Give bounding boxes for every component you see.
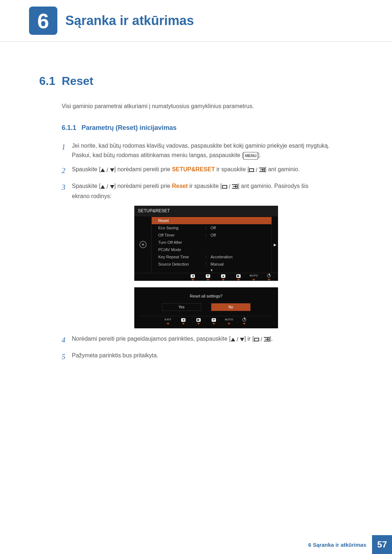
setup-reset-label: SETUP&RESET [172,166,215,172]
step-2: 2 Spauskite [ / ] norėdami pereiti prie … [62,165,359,176]
osd-nav-down: ▼ [200,274,216,281]
step-text-part: Spauskite [ [72,183,101,189]
gear-icon [139,241,147,248]
step-text-part: Pažymėta parinktis bus pritaikyta. [72,352,158,358]
step-text: Norėdami pereiti prie pageidaujamos pari… [72,334,273,346]
step-text: Spauskite [ / ] norėdami pereiti prie SE… [72,165,300,176]
osd-nav-auto: AUTO [246,274,261,281]
section-number: 6.1 [39,74,62,88]
osd-nav-exit: EXIT [160,318,176,325]
up-triangle-icon [231,338,235,341]
osd-reset-confirm: Reset all settings? Yes No EXIT ◄ ▶ ↵ AU… [134,287,278,328]
up-triangle-icon [101,168,105,172]
step-3: 3 Spauskite [ / ] norėdami pereiti prie … [62,181,359,201]
step-number: 1 [62,141,72,160]
chapter-title: Sąranka ir atkūrimas [65,13,194,28]
step-text-part: Spauskite [ [72,166,101,172]
osd-item-label: Source Detection [158,262,205,266]
enter-icon [264,337,270,341]
step-text-part: ]. [258,152,261,158]
step-text-part: ir spauskite [ [215,166,249,172]
osd-confirm-no: No [211,303,250,311]
osd-item-value: Acceleration [211,255,267,259]
step-text-part: ] ir [ [244,336,254,342]
osd-nav-up: ▲ [216,274,231,281]
osd-item-label: Key Repeat Time [158,255,205,259]
osd-setup-reset: SETUP&RESET Reset Eco Saving:Off Off Tim… [134,206,278,281]
step-text-part: ] ant gaminio. [265,166,300,172]
osd-confirm-yes: Yes [162,303,201,311]
subsection-number: 6.1.1 [62,124,76,131]
step-number: 2 [62,165,72,176]
osd-item-source-detection: Source Detection:Manual [152,260,271,268]
osd-item-value: Off [211,233,267,237]
steps-list: 1 Jei norite, kad būtų rodomas klavišų v… [62,141,359,362]
rect-icon [254,338,259,341]
step-text-part: ] norėdami pereiti prie [114,183,172,189]
step-text-part: ir spauskite [ [188,183,222,189]
osd-item-eco-saving: Eco Saving:Off [152,224,271,231]
osd-item-pcav-mode: PC/AV Mode [152,246,271,253]
step-text-part: ] ant gaminio. Pasirodys šis [238,183,309,189]
osd-item-label: PC/AV Mode [158,247,205,252]
section-title: Reset [62,74,93,88]
page-number: 57 [372,535,392,554]
osd-item-label: Turn Off After [158,240,205,245]
osd-screenshots: SETUP&RESET Reset Eco Saving:Off Off Tim… [134,206,359,328]
step-text: Spauskite [ / ] norėdami pereiti prie Re… [72,181,309,201]
osd-item-key-repeat: Key Repeat Time:Acceleration [152,253,271,260]
step-text-part: ] norėdami pereiti prie [114,166,172,172]
osd-nav-bar: EXIT ◄ ▶ ↵ AUTO [139,316,273,325]
osd-category-icon [134,216,152,273]
up-triangle-icon [101,185,105,189]
down-triangle-icon [240,338,244,341]
subsection-title: Parametrų (Reset) inicijavimas [82,124,177,131]
chapter-badge: 6 [29,7,57,35]
osd-menu: Reset Eco Saving:Off Off Timer:Off Turn … [152,216,271,273]
step-number: 4 [62,334,72,346]
page-footer: 6 Sąranka ir atkūrimas 57 [308,535,392,554]
step-text-part: Paskui, kad būtų rodomas atitinkamas men… [72,152,244,158]
step-1: 1 Jei norite, kad būtų rodomas klavišų v… [62,141,359,160]
rect-icon [249,168,254,172]
step-4: 4 Norėdami pereiti prie pageidaujamos pa… [62,334,359,346]
osd-header: SETUP&RESET [134,206,278,216]
step-5: 5 Pažymėta parinktis bus pritaikyta. [62,351,359,362]
menu-icon: MENU [244,152,258,160]
step-text: Pažymėta parinktis bus pritaikyta. [72,351,158,362]
down-triangle-icon [110,185,114,189]
osd-item-label: Eco Saving [158,226,205,230]
osd-item-off-timer: Off Timer:Off [152,231,271,239]
osd-nav-power [261,274,277,281]
subsection-heading: 6.1.1 Parametrų (Reset) inicijavimas [62,124,359,132]
step-text-part: ekrano rodinys: [72,193,111,199]
step-number: 5 [62,351,72,362]
step-text-part: Norėdami pereiti prie pageidaujamos pari… [72,336,231,342]
osd-item-reset: Reset [152,217,271,224]
osd-nav-auto: AUTO [221,318,237,325]
osd-item-label: Off Timer [158,233,205,237]
osd-nav-left: ◄ [176,318,191,325]
osd-right-caret-icon: ▶ [271,216,278,273]
osd-item-turn-off-after: Turn Off After [152,239,271,246]
osd-nav-left: ◄ [185,274,200,281]
footer-chapter: 6 Sąranka ir atkūrimas [308,542,372,548]
section-intro: Visi gaminio parametrai atkuriami į numa… [62,103,359,110]
enter-icon [232,184,238,189]
osd-nav-power [237,318,252,325]
rect-icon [222,185,227,189]
content: 6.1 Reset Visi gaminio parametrai atkuri… [0,42,392,362]
osd-nav-enter: ↵ [206,318,221,325]
enter-icon [259,168,265,172]
step-text-part: ]. [270,336,273,342]
osd-confirm-question: Reset all settings? [139,294,273,298]
osd-item-label: Reset [158,218,205,223]
step-text-part: Jei norite, kad būtų rodomas klavišų vad… [72,143,330,149]
step-number: 3 [62,181,72,201]
osd-scroll-down-icon: ▼ [152,268,271,273]
osd-nav-right: ▶ [191,318,206,325]
down-triangle-icon [110,168,114,172]
osd-item-value: Off [211,226,267,230]
osd-nav-right: ▶ [231,274,246,281]
reset-label: Reset [172,183,188,189]
